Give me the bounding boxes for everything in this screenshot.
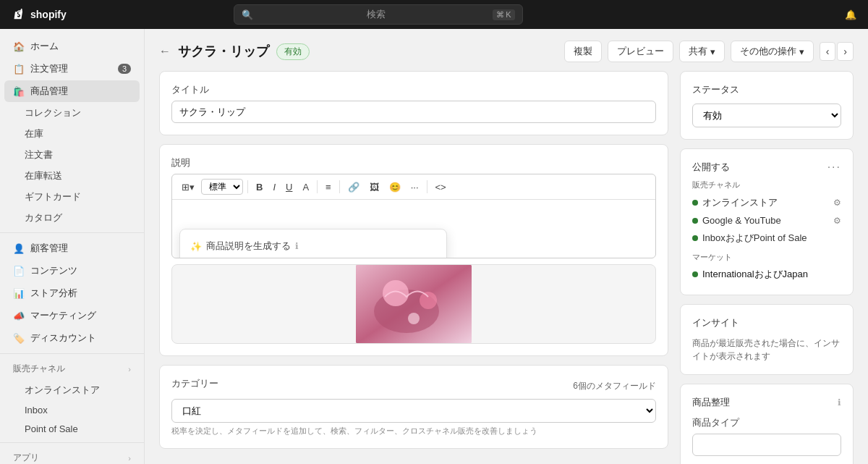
organization-title: 商品整理: [692, 396, 730, 409]
toolbar-divider-2: [317, 180, 318, 193]
code-button[interactable]: <>: [432, 180, 450, 195]
sidebar-item-home-label: ホーム: [30, 40, 59, 53]
sidebar-item-products[interactable]: 🛍️ 商品管理: [4, 80, 140, 102]
publishing-card: 公開する ··· 販売チャネル オンラインストア ⚙ Google & YouT…: [680, 148, 854, 295]
title-input[interactable]: [171, 101, 656, 123]
editor-toolbar: ⊞ ▾ 標準 B I U A ≡: [172, 174, 655, 200]
sidebar-item-content-label: コンテンツ: [30, 264, 77, 277]
sidebar-item-analytics-label: ストア分析: [30, 287, 77, 300]
sidebar-item-customers-label: 顧客管理: [30, 242, 68, 255]
sidebar-item-inbox[interactable]: Inbox: [4, 401, 140, 419]
sidebar-item-analytics[interactable]: 📊 ストア分析: [4, 282, 140, 304]
publishing-title: 公開する: [692, 161, 730, 174]
sidebar-item-discounts[interactable]: 🏷️ ディスカウント: [4, 327, 140, 349]
status-card-title: ステータス: [692, 83, 841, 96]
gift-cards-label: ギフトカード: [25, 191, 81, 202]
sidebar-item-gift-cards[interactable]: ギフトカード: [4, 187, 140, 207]
sidebar-item-marketing[interactable]: 📣 マーケティング: [4, 305, 140, 326]
category-hint: 税率を決定し、メタフィールドを追加して、検索、フィルター、クロスチャネル販売を改…: [171, 426, 656, 436]
search-placeholder: 検索: [367, 8, 487, 21]
insights-text: 商品が最近販売された場合に、インサイトが表示されます: [692, 337, 841, 363]
page-header: ← サクラ・リップ 有効 複製 プレビュー 共有 ▾ その他の操作 ▾ ‹ ›: [145, 29, 868, 71]
channel-inbox-pos: InboxおよびPoint of Sale: [692, 229, 841, 248]
left-panel: タイトル 説明 ⊞ ▾ 標準: [159, 71, 668, 464]
sidebar-item-orders[interactable]: 📋 注文管理 3: [4, 58, 140, 80]
editor-area[interactable]: ✨ 商品説明を生成する ℹ 特徴とキーワード トーン：説得力のある: [172, 200, 655, 258]
publishing-more-icon[interactable]: ···: [827, 161, 841, 174]
ai-info-icon: ℹ: [295, 241, 299, 251]
sidebar-item-online-store[interactable]: オンラインストア: [4, 380, 140, 400]
apps-expand-icon[interactable]: ›: [128, 454, 131, 463]
more-button[interactable]: ···: [407, 180, 422, 195]
toolbar-style-select[interactable]: 標準: [201, 179, 243, 195]
back-button[interactable]: ←: [159, 45, 171, 58]
inbox-label: Inbox: [25, 405, 48, 416]
market-international: InternationalおよびJapan: [692, 266, 841, 283]
publishing-header: 公開する ···: [692, 161, 841, 174]
search-bar[interactable]: 🔍 検索 ⌘ K: [234, 4, 523, 25]
italic-button[interactable]: I: [269, 180, 279, 195]
category-label: カテゴリー: [171, 377, 218, 390]
topbar: shopify 🔍 検索 ⌘ K 🔔: [0, 0, 868, 29]
discounts-icon: 🏷️: [13, 332, 25, 344]
category-card: カテゴリー 6個のメタフィールド 口紅 税率を決定し、メタフィールドを追加して、…: [159, 365, 668, 449]
toolbar-divider-3: [339, 180, 340, 193]
category-select[interactable]: 口紅: [171, 399, 656, 423]
svg-point-2: [383, 280, 409, 306]
sidebar-main-nav: 🏠 ホーム 📋 注文管理 3 🛍️ 商品管理 コレクション 在庫 注文書: [0, 35, 144, 228]
emoji-button[interactable]: 😊: [386, 180, 404, 195]
product-type-input[interactable]: [692, 434, 841, 456]
sales-channels-section-label: 販売チャネル: [692, 180, 841, 190]
sidebar-section-sales-title: 販売チャネル ›: [4, 358, 140, 379]
right-panel: ステータス 有効 公開する ··· 販売チャネル オンラインストア: [680, 71, 854, 464]
status-card: ステータス 有効: [680, 71, 854, 140]
channel-settings-icon-google[interactable]: ⚙: [833, 216, 841, 226]
sidebar-item-purchase-orders[interactable]: 注文書: [4, 145, 140, 165]
orders-badge: 3: [118, 64, 131, 74]
product-image-area: [171, 264, 656, 344]
category-header-row: カテゴリー 6個のメタフィールド: [171, 377, 656, 395]
sidebar-item-discounts-label: ディスカウント: [30, 332, 96, 345]
pos-label: Point of Sale: [25, 423, 78, 434]
sidebar: 🏠 ホーム 📋 注文管理 3 🛍️ 商品管理 コレクション 在庫 注文書: [0, 29, 145, 464]
sidebar-item-catalog[interactable]: カタログ: [4, 208, 140, 228]
share-button[interactable]: 共有 ▾: [679, 41, 725, 62]
next-product-button[interactable]: ›: [837, 42, 854, 61]
toolbar-divider-4: [427, 180, 427, 193]
title-card: タイトル: [159, 71, 668, 135]
prev-product-button[interactable]: ‹: [820, 42, 836, 61]
bold-button[interactable]: B: [252, 180, 266, 195]
search-keyboard-shortcut: ⌘ K: [493, 9, 514, 20]
sidebar-item-pos[interactable]: Point of Sale: [4, 420, 140, 438]
search-icon: 🔍: [242, 9, 362, 20]
more-actions-button[interactable]: その他の操作 ▾: [731, 41, 814, 62]
status-select[interactable]: 有効: [692, 104, 841, 127]
sidebar-item-collections[interactable]: コレクション: [4, 103, 140, 123]
sales-expand-icon[interactable]: ›: [128, 365, 131, 374]
image-button[interactable]: 🖼: [366, 180, 383, 195]
channel-name-inbox: InboxおよびPoint of Sale: [702, 232, 807, 245]
align-button[interactable]: ≡: [322, 180, 335, 195]
sidebar-item-content[interactable]: 📄 コンテンツ: [4, 260, 140, 282]
underline-button[interactable]: U: [282, 180, 296, 195]
toolbar-format-dropdown[interactable]: ⊞ ▾: [178, 180, 198, 195]
preview-button[interactable]: プレビュー: [608, 41, 673, 62]
sidebar-item-home[interactable]: 🏠 ホーム: [4, 35, 140, 57]
sidebar-item-transfers[interactable]: 在庫転送: [4, 166, 140, 186]
product-type-label: 商品タイプ: [692, 416, 841, 429]
sidebar-item-inventory[interactable]: 在庫: [4, 124, 140, 144]
channel-settings-icon[interactable]: ⚙: [833, 198, 841, 208]
link-button[interactable]: 🔗: [344, 180, 363, 195]
notification-bell[interactable]: 🔔: [845, 9, 856, 20]
toolbar-divider-1: [247, 180, 248, 193]
duplicate-button[interactable]: 複製: [564, 41, 602, 62]
shopify-logo: shopify: [12, 7, 67, 22]
markets-section-label: マーケット: [692, 252, 841, 263]
sidebar-item-customers[interactable]: 👤 顧客管理: [4, 237, 140, 259]
font-color-button[interactable]: A: [299, 180, 312, 195]
ai-description-popup: ✨ 商品説明を生成する ℹ 特徴とキーワード トーン：説得力のある: [179, 229, 447, 258]
channel-name-online: オンラインストア: [702, 196, 778, 209]
organization-info-icon: ℹ: [838, 397, 841, 408]
inventory-label: 在庫: [25, 128, 43, 139]
transfers-label: 在庫転送: [25, 170, 62, 181]
